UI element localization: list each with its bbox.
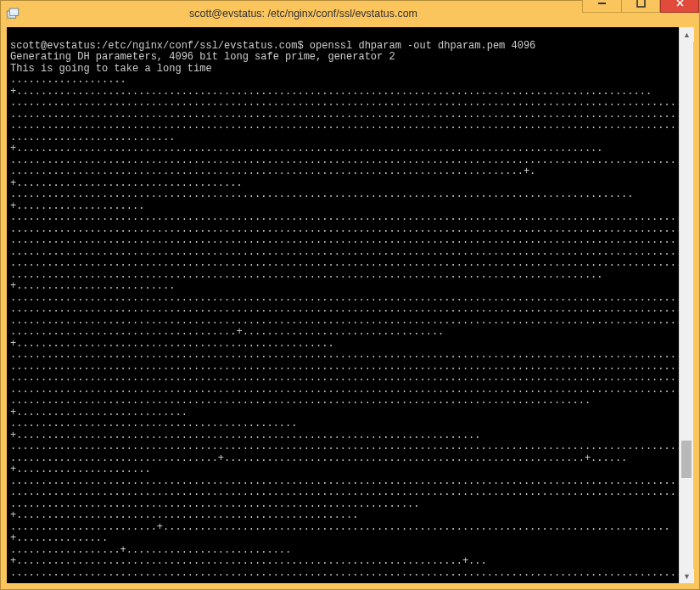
- minimize-button[interactable]: [582, 0, 621, 13]
- scroll-thumb[interactable]: [681, 441, 692, 478]
- output-line: Generating DH parameters, 4096 bit long …: [10, 51, 395, 63]
- svg-rect-2: [598, 3, 606, 4]
- client-area: scott@evstatus:/etc/nginx/conf/ssl/evsta…: [7, 27, 693, 583]
- dh-progress-dots: ...................+....................…: [10, 74, 679, 583]
- close-button[interactable]: [660, 0, 699, 13]
- titlebar[interactable]: scott@evstatus: /etc/nginx/conf/ssl/evst…: [1, 1, 699, 26]
- output-line: This is going to take a long time: [10, 63, 212, 75]
- app-icon: [1, 1, 25, 26]
- window-controls: [582, 0, 699, 13]
- app-window: scott@evstatus: /etc/nginx/conf/ssl/evst…: [0, 0, 700, 590]
- scroll-track[interactable]: [680, 42, 693, 569]
- terminal-output[interactable]: scott@evstatus:/etc/nginx/conf/ssl/evsta…: [7, 27, 679, 583]
- svg-rect-1: [9, 8, 19, 15]
- window-title: scott@evstatus: /etc/nginx/conf/ssl/evst…: [25, 8, 582, 20]
- vertical-scrollbar[interactable]: ▲ ▼: [679, 27, 693, 583]
- shell-prompt: scott@evstatus:/etc/nginx/conf/ssl/evsta…: [10, 40, 310, 52]
- svg-rect-3: [637, 0, 645, 7]
- scroll-down-arrow[interactable]: ▼: [680, 569, 694, 583]
- scroll-up-arrow[interactable]: ▲: [680, 27, 694, 42]
- maximize-button[interactable]: [621, 0, 660, 13]
- shell-command: openssl dhparam -out dhparam.pem 4096: [310, 40, 535, 52]
